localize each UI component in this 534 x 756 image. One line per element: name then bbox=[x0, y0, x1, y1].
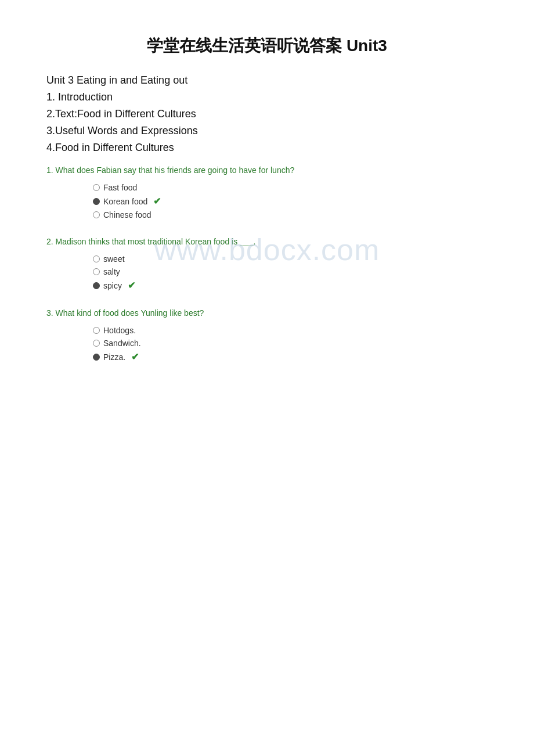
question-block-1: 1. What does Fabian say that his friends… bbox=[46, 165, 488, 219]
radio-2-3 bbox=[93, 282, 100, 289]
option-label-1-1: Fast food bbox=[103, 183, 137, 192]
options-list-1: Fast foodKorean food✔Chinese food bbox=[46, 183, 488, 219]
section-item-0: Unit 3 Eating in and Eating out bbox=[46, 74, 488, 87]
option-item-2-2[interactable]: salty bbox=[93, 267, 488, 276]
option-label-2-1: sweet bbox=[103, 254, 125, 264]
questions-section: 1. What does Fabian say that his friends… bbox=[46, 165, 488, 362]
option-label-2-2: salty bbox=[103, 267, 120, 276]
section-item-3: 3.Useful Words and Expressions bbox=[46, 125, 488, 137]
check-mark-2-3: ✔ bbox=[128, 280, 135, 291]
option-item-2-3[interactable]: spicy✔ bbox=[93, 280, 488, 291]
option-item-1-3[interactable]: Chinese food bbox=[93, 210, 488, 219]
question-block-3: 3. What kind of food does Yunling like b… bbox=[46, 308, 488, 362]
options-list-2: sweetsaltyspicy✔ bbox=[46, 254, 488, 291]
radio-2-1 bbox=[93, 255, 100, 262]
radio-1-1 bbox=[93, 184, 100, 191]
question-text-1: 1. What does Fabian say that his friends… bbox=[46, 165, 488, 175]
option-item-2-1[interactable]: sweet bbox=[93, 254, 488, 264]
option-label-2-3: spicy bbox=[103, 281, 122, 290]
check-mark-1-2: ✔ bbox=[153, 196, 161, 207]
radio-1-2 bbox=[93, 198, 100, 205]
option-item-1-1[interactable]: Fast food bbox=[93, 183, 488, 192]
option-item-3-3[interactable]: Pizza.✔ bbox=[93, 351, 488, 362]
section-item-2: 2.Text:Food in Different Cultures bbox=[46, 108, 488, 120]
option-item-3-2[interactable]: Sandwich. bbox=[93, 339, 488, 348]
option-item-1-2[interactable]: Korean food✔ bbox=[93, 196, 488, 207]
option-item-3-1[interactable]: Hotdogs. bbox=[93, 326, 488, 335]
option-label-1-3: Chinese food bbox=[103, 210, 151, 219]
option-label-1-2: Korean food bbox=[103, 197, 147, 206]
radio-1-3 bbox=[93, 211, 100, 218]
option-label-3-1: Hotdogs. bbox=[103, 326, 136, 335]
check-mark-3-3: ✔ bbox=[131, 351, 139, 362]
radio-2-2 bbox=[93, 268, 100, 275]
section-item-1: 1. Introduction bbox=[46, 91, 488, 103]
radio-3-2 bbox=[93, 340, 100, 347]
question-text-2: 2. Madison thinks that most traditional … bbox=[46, 237, 488, 246]
radio-3-3 bbox=[93, 354, 100, 361]
radio-3-1 bbox=[93, 327, 100, 334]
option-label-3-2: Sandwich. bbox=[103, 339, 141, 348]
options-list-3: Hotdogs.Sandwich.Pizza.✔ bbox=[46, 326, 488, 362]
section-item-4: 4.Food in Different Cultures bbox=[46, 142, 488, 154]
page-title: 学堂在线生活英语听说答案 Unit3 bbox=[46, 35, 488, 57]
question-text-3: 3. What kind of food does Yunling like b… bbox=[46, 308, 488, 318]
option-label-3-3: Pizza. bbox=[103, 352, 125, 362]
section-list: Unit 3 Eating in and Eating out1. Introd… bbox=[46, 74, 488, 154]
question-block-2: 2. Madison thinks that most traditional … bbox=[46, 237, 488, 291]
